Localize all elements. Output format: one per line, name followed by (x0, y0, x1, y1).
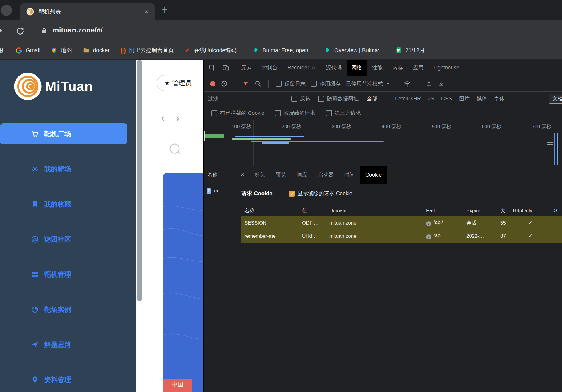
search-network-icon[interactable] (254, 80, 261, 87)
hide-data-urls-checkbox[interactable]: 隐藏数据网址 (318, 95, 359, 102)
pie-circle-icon (31, 306, 39, 314)
info-icon[interactable]: i (426, 221, 431, 226)
col-size[interactable]: 大 (497, 205, 510, 216)
import-har-icon[interactable] (425, 80, 432, 87)
bookmark-sheet[interactable]: 21/12月 (396, 47, 425, 54)
blocked-cookies-checkbox[interactable]: 有已拦截的 Cookie (211, 109, 264, 117)
filter-css[interactable]: CSS (441, 96, 452, 102)
third-party-checkbox[interactable]: 第三方请求 (326, 109, 361, 117)
tab-performance[interactable]: 性能 (367, 60, 388, 76)
bookmark-docker[interactable]: docker (83, 47, 110, 54)
bookmark-aliyun[interactable]: (-) 阿里云控制台首页 (121, 47, 174, 54)
cookie-row-remember-me[interactable]: remember-me UHd… mituan.zone i/api 2022-… (241, 230, 562, 243)
sidebar-item-community[interactable]: 谜团社区 (0, 229, 127, 250)
bookmark-bulma[interactable]: Bulma: Free, open… (253, 47, 314, 54)
checkbox-icon[interactable] (211, 110, 217, 116)
device-toolbar-icon[interactable] (219, 60, 232, 76)
tab-recorder[interactable]: Recorder (282, 60, 321, 76)
sidebar-item-label: 我的靶场 (44, 165, 71, 174)
sidebar-item-my-range[interactable]: 我的靶场 (0, 158, 127, 179)
checkbox-icon[interactable] (275, 110, 281, 116)
throttling-select[interactable]: 已停用节流模式 ▾ (346, 80, 389, 87)
tab-application[interactable]: 应用 (408, 60, 429, 76)
close-detail-icon[interactable]: × (235, 171, 249, 179)
chevron-left-icon[interactable]: ‹ (161, 112, 165, 124)
filter-input[interactable]: 过滤 (208, 95, 291, 102)
sidebar-item-writeups[interactable]: 解题思路 (0, 334, 127, 355)
cookie-row-session[interactable]: SESSION ODFj… mituan.zone i/api/ 会话 55 ✓ (241, 216, 562, 230)
tab-console[interactable]: 控制台 (257, 60, 282, 76)
sidebar-item-range-instance[interactable]: 靶场实例 (0, 299, 127, 320)
disable-cache-checkbox[interactable]: 停用缓存 (311, 80, 341, 87)
detail-tab-response[interactable]: 响应 (292, 166, 313, 184)
request-row[interactable]: m… (204, 184, 235, 198)
network-conditions-icon[interactable] (403, 80, 411, 88)
filter-js[interactable]: JS (428, 96, 434, 102)
col-domain[interactable]: Domain (326, 205, 423, 216)
bookmark-maps[interactable]: 地图 (51, 47, 72, 54)
filter-funnel-icon[interactable] (242, 80, 249, 87)
preserve-log-checkbox[interactable]: 保留日志 (276, 80, 306, 87)
tab-lighthouse[interactable]: Lighthouse (429, 60, 464, 76)
tab-sources[interactable]: 源代码 (321, 60, 347, 76)
checkbox-icon[interactable] (326, 110, 332, 116)
tab-close-icon[interactable]: × (144, 8, 149, 16)
page-scrollbar[interactable] (136, 60, 143, 392)
filter-fetch-xhr[interactable]: Fetch/XHR (395, 96, 421, 102)
search-icon[interactable] (168, 142, 182, 156)
new-tab-button[interactable]: + (162, 4, 168, 16)
bookmark-bulma-overview[interactable]: Overview | Bulma:… (325, 47, 385, 54)
col-secure[interactable]: S.. (551, 205, 562, 216)
detail-tab-timing[interactable]: 时间 (339, 166, 360, 184)
export-har-icon[interactable] (438, 80, 445, 87)
forward-icon[interactable] (0, 26, 4, 36)
show-filtered-cookies-checkbox[interactable]: 显示滤除的请求 Cookie (289, 190, 352, 197)
admin-button[interactable]: ★ 管理员 (157, 75, 203, 91)
checkbox-checked-icon[interactable] (289, 191, 295, 197)
checkbox-icon[interactable] (318, 96, 324, 102)
mituan-logo[interactable]: MiTuan (13, 72, 93, 101)
detail-tab-initiator[interactable]: 启动器 (313, 166, 339, 184)
checkbox-icon[interactable] (291, 96, 297, 102)
bookmark-unicode[interactable]: ✔ 在线Unicode编码… (185, 47, 242, 54)
col-expires[interactable]: Expire… (463, 205, 497, 216)
filter-font[interactable]: 字体 (494, 95, 505, 102)
browser-tab[interactable]: 靶机列表 × (20, 3, 155, 20)
sidebar-item-target-manage[interactable]: 靶机管理 (0, 264, 127, 285)
blocked-requests-checkbox[interactable]: 被屏蔽的请求 (275, 109, 315, 117)
detail-tab-headers[interactable]: 标头 (249, 166, 270, 184)
col-httponly[interactable]: HttpOnly (510, 205, 551, 216)
cookie-domain: mituan.zone (326, 216, 423, 230)
target-card[interactable]: 中国 (163, 173, 203, 392)
invert-checkbox[interactable]: 反转 (291, 95, 311, 102)
tab-elements[interactable]: 元素 (236, 60, 257, 76)
chevron-right-icon[interactable]: › (176, 112, 180, 124)
reload-icon[interactable] (15, 26, 25, 36)
info-icon[interactable]: i (426, 234, 431, 239)
tab-memory[interactable]: 内存 (388, 60, 408, 76)
tab-network[interactable]: 网络 (347, 60, 367, 76)
record-icon[interactable] (210, 81, 215, 86)
filter-img[interactable]: 图片 (459, 95, 470, 102)
detail-tab-preview[interactable]: 预览 (270, 166, 292, 184)
clear-icon[interactable] (221, 80, 228, 87)
col-name[interactable]: 名称 (241, 205, 299, 216)
sidebar-item-favorites[interactable]: 我的收藏 (0, 194, 127, 215)
filter-all[interactable]: 全部 (367, 95, 377, 102)
window-control[interactable] (1, 5, 12, 16)
detail-tab-cookies[interactable]: Cookie (360, 166, 387, 184)
col-path[interactable]: Path (423, 205, 463, 216)
checkbox-icon[interactable] (311, 81, 317, 87)
inspect-icon[interactable] (205, 60, 219, 76)
filter-doc[interactable]: 文档 (549, 94, 562, 104)
filter-media[interactable]: 媒体 (477, 95, 487, 102)
sidebar-item-target-market[interactable]: 靶机广场 (0, 123, 127, 144)
checkbox-icon[interactable] (276, 81, 282, 87)
url-text[interactable]: mituan.zone/#/ (53, 26, 103, 34)
sidebar-item-profile[interactable]: 资料管理 (0, 369, 127, 390)
bookmark-partial-label[interactable]: 用 (0, 47, 3, 54)
bookmark-gmail[interactable]: Gmail (16, 47, 40, 54)
scrollbar-thumb[interactable] (137, 60, 142, 301)
col-value[interactable]: 值 (299, 205, 326, 216)
lock-icon[interactable] (40, 27, 48, 35)
